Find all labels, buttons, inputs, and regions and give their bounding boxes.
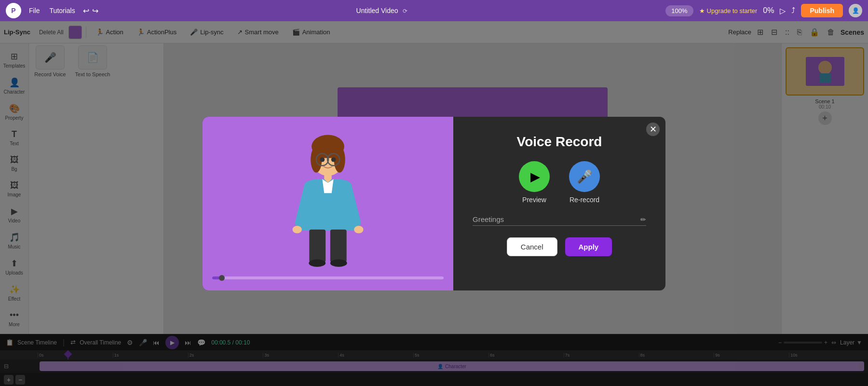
topbar-actions: 100% ★ Upgrade to starter 0% ▷ ⤴ Publish… bbox=[665, 4, 862, 17]
undo-btn[interactable]: ↩ bbox=[83, 6, 89, 15]
play-icon[interactable]: ▷ bbox=[780, 6, 786, 15]
greetings-input[interactable] bbox=[473, 215, 637, 223]
greetings-field: ✏ bbox=[473, 215, 646, 226]
preview-label: Preview bbox=[522, 196, 546, 204]
svg-point-33 bbox=[309, 260, 326, 267]
star-icon: ★ bbox=[699, 7, 705, 14]
modal-control-buttons: ▶ Preview 🎤 Re-record bbox=[519, 161, 600, 204]
redo-btn[interactable]: ↪ bbox=[92, 6, 98, 15]
cancel-button[interactable]: Cancel bbox=[507, 237, 557, 256]
topbar: P File Tutorials ↩ ↪ Untitled Video ⟳ 10… bbox=[0, 0, 868, 21]
apply-button[interactable]: Apply bbox=[565, 237, 612, 256]
nav-tutorials[interactable]: Tutorials bbox=[50, 7, 75, 14]
avatar[interactable]: 👤 bbox=[849, 4, 862, 17]
modal-character-svg bbox=[280, 128, 376, 268]
undo-redo-group: ↩ ↪ bbox=[83, 6, 98, 15]
publish-button[interactable]: Publish bbox=[801, 4, 843, 17]
modal-overlay: ✕ bbox=[0, 21, 868, 386]
upgrade-btn[interactable]: ★ Upgrade to starter bbox=[699, 7, 758, 14]
document-title[interactable]: Untitled Video ⟳ bbox=[106, 7, 658, 14]
app-logo[interactable]: P bbox=[6, 3, 21, 18]
preview-button[interactable]: ▶ bbox=[519, 161, 550, 192]
edit-icon[interactable]: ✏ bbox=[640, 216, 646, 223]
modal-progress-dot[interactable] bbox=[219, 275, 225, 281]
svg-rect-32 bbox=[330, 230, 347, 262]
svg-rect-31 bbox=[309, 230, 326, 262]
modal-video-preview bbox=[203, 117, 453, 290]
modal-close-button[interactable]: ✕ bbox=[646, 123, 660, 136]
zoom-control[interactable]: 100% bbox=[665, 5, 693, 16]
modal-controls-panel: Voice Record ▶ Preview 🎤 Re-record bbox=[453, 117, 665, 290]
svg-point-27 bbox=[331, 157, 336, 162]
mic-modal-icon: 🎤 bbox=[577, 169, 592, 184]
svg-point-29 bbox=[293, 226, 302, 233]
nav-file[interactable]: File bbox=[29, 7, 40, 14]
modal-title: Voice Record bbox=[517, 134, 602, 150]
svg-point-30 bbox=[354, 226, 363, 233]
topbar-nav: File Tutorials bbox=[29, 7, 75, 14]
preview-group: ▶ Preview bbox=[519, 161, 550, 204]
modal-progress-bar[interactable] bbox=[212, 276, 444, 279]
svg-point-26 bbox=[320, 157, 325, 162]
rerecord-label: Re-record bbox=[570, 196, 599, 204]
modal-action-buttons: Cancel Apply bbox=[507, 237, 612, 256]
svg-point-34 bbox=[330, 260, 347, 267]
play-triangle-icon: ▶ bbox=[530, 169, 540, 184]
rerecord-button[interactable]: 🎤 bbox=[569, 161, 600, 192]
share-icon[interactable]: ⤴ bbox=[791, 6, 795, 15]
voice-record-modal: ✕ bbox=[203, 117, 665, 290]
video-preview-area bbox=[212, 128, 444, 273]
timer-display: 0% bbox=[763, 6, 774, 15]
rerecord-group: 🎤 Re-record bbox=[569, 161, 600, 204]
